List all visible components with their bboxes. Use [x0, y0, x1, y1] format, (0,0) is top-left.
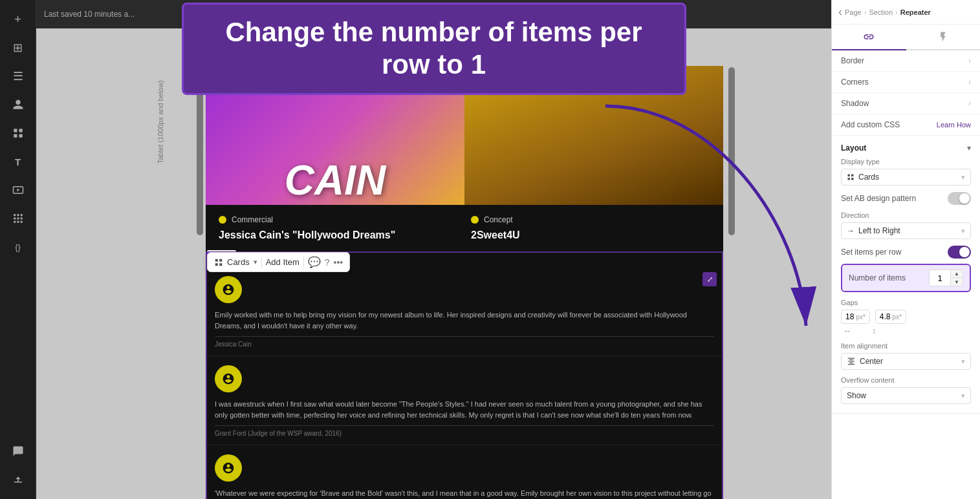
page-content: CAIN Commercial Jessica Cain's "Hollywoo…	[206, 66, 723, 499]
help-icon[interactable]: ?	[325, 257, 330, 268]
overflow-dropdown[interactable]: Show ▾	[841, 387, 971, 404]
number-items-field[interactable]	[930, 271, 950, 285]
sidebar-media-icon[interactable]	[6, 178, 30, 202]
learn-how-link[interactable]: Learn How	[937, 121, 971, 129]
add-item-btn[interactable]: Add Item	[266, 257, 299, 267]
svg-rect-9	[17, 218, 19, 220]
svg-rect-20	[851, 175, 854, 177]
svg-rect-15	[219, 259, 222, 261]
svg-rect-12	[17, 221, 19, 223]
direction-value: Left to Right	[858, 226, 900, 235]
border-arrow: ›	[968, 56, 971, 65]
item-alignment-section: Item alignment Center ▾	[841, 342, 971, 370]
sidebar-account-icon[interactable]	[6, 93, 30, 116]
svg-rect-19	[848, 175, 851, 177]
svg-rect-16	[215, 263, 218, 266]
card-item-1: Emily worked with me to help bring my vi…	[207, 267, 722, 356]
layout-header: Layout ▾	[841, 141, 971, 158]
ab-pattern-row: Set AB design pattern	[841, 192, 971, 205]
link-icon	[863, 31, 875, 43]
gap-v-unit: px*	[893, 313, 902, 321]
layout-section: Layout ▾ Display type Cards ▾ Set AB des…	[832, 136, 980, 414]
gaps-inputs: 18 px* 4.8 px*	[841, 310, 971, 324]
svg-rect-6	[17, 214, 19, 216]
svg-rect-2	[14, 134, 17, 138]
gap-h-input[interactable]: 18 px*	[841, 310, 870, 324]
display-type-arrow: ▾	[961, 173, 965, 182]
svg-rect-21	[848, 178, 851, 180]
right-resize-handle[interactable]	[728, 67, 735, 235]
items-per-row-label: Set items per row	[841, 248, 901, 257]
gap-h-unit: px*	[856, 313, 865, 321]
hero-cain-text: CAIN	[285, 160, 386, 201]
svg-rect-8	[14, 218, 16, 220]
card-item-2: I was awestruck when I first saw what wo…	[207, 356, 722, 445]
gap-v-input[interactable]: 4.8 px*	[875, 310, 906, 324]
gap-h-icon: ↔	[844, 326, 851, 335]
number-items-input[interactable]: ▲ ▼	[929, 270, 963, 286]
more-icon[interactable]: •••	[334, 257, 343, 268]
svg-rect-17	[219, 263, 222, 266]
repeater-container: Repeater Emily worked with me to help br…	[206, 251, 723, 499]
items-per-row-row: Set items per row	[841, 246, 971, 259]
panel-scrollable: Border › Corners › Shadow › Add custom C…	[832, 50, 980, 499]
card-author-1: Jessica Cain	[215, 336, 714, 348]
layout-collapse-icon[interactable]: ▾	[967, 143, 971, 153]
display-type-label: Display type	[841, 158, 971, 165]
panel-back-btn[interactable]: ‹	[838, 5, 842, 19]
number-items-label: Number of items	[849, 273, 906, 282]
tab-settings[interactable]	[906, 25, 981, 49]
add-css-label: Add custom CSS	[841, 120, 900, 129]
sidebar-elements-icon[interactable]	[6, 122, 30, 145]
svg-rect-7	[20, 214, 22, 216]
hero-left-content: Commercial Jessica Cain's "Hollywood Dre…	[219, 215, 458, 241]
gaps-icons: ↔ ↕	[841, 326, 971, 335]
card-text-1: Emily worked with me to help bring my vi…	[215, 310, 714, 331]
stepper-down-btn[interactable]: ▼	[951, 278, 963, 286]
overflow-chevron: ▾	[961, 392, 965, 400]
items-per-row-toggle[interactable]	[948, 246, 971, 259]
corners-arrow: ›	[968, 78, 971, 87]
overflow-label: Overflow content	[841, 376, 971, 384]
border-label: Border	[841, 56, 864, 65]
sidebar-comments-icon[interactable]	[6, 440, 30, 463]
avatar-3	[215, 454, 242, 482]
sidebar-pages-icon[interactable]: ⊞	[6, 36, 30, 59]
sidebar-add-icon[interactable]: +	[6, 8, 30, 31]
sidebar-apps-icon[interactable]	[6, 207, 30, 230]
sidebar-code-icon[interactable]: {}	[6, 235, 30, 259]
concept-label: Concept	[484, 215, 513, 224]
gaps-section: Gaps 18 px* 4.8 px* ↔ ↕	[841, 299, 971, 335]
display-type-value: Cards	[858, 173, 879, 182]
tutorial-banner: Change the number of items per row to 1	[182, 3, 686, 95]
panel-header: ‹ Page › Section › Repeater	[832, 0, 980, 25]
svg-rect-14	[215, 259, 218, 261]
card-expand-btn-1[interactable]: ⤢	[702, 272, 717, 286]
comment-icon[interactable]: 💬	[308, 256, 321, 268]
ab-toggle[interactable]	[948, 192, 971, 205]
overflow-value: Show	[847, 391, 866, 400]
svg-rect-11	[14, 221, 16, 223]
layout-label: Layout	[841, 143, 866, 153]
sidebar-text-icon[interactable]: T	[6, 150, 30, 173]
sweet-title: 2Sweet4U	[471, 229, 710, 241]
tab-content[interactable]	[832, 25, 906, 50]
stepper-up-btn[interactable]: ▲	[951, 270, 963, 278]
dot-commercial	[219, 216, 226, 224]
direction-dropdown[interactable]: → Left to Right ▾	[841, 222, 971, 239]
svg-rect-5	[14, 214, 16, 216]
card-item-3: 'Whatever we were expecting for 'Brave a…	[207, 445, 722, 499]
display-type-dropdown[interactable]: Cards ▾	[841, 169, 971, 186]
card-author-2: Grant Ford (Judge of the WSP award, 2016…	[215, 425, 714, 437]
sidebar-layers-icon[interactable]: ☰	[6, 65, 30, 88]
cards-toolbar: Cards ▾ Add Item 💬 ? •••	[207, 252, 350, 272]
cards-toolbar-label: Cards	[227, 257, 250, 267]
svg-rect-0	[14, 129, 17, 132]
item-alignment-dropdown[interactable]: Center ▾	[841, 353, 971, 370]
cards-dropdown-arrow: ▾	[254, 258, 257, 266]
direction-chevron: ▾	[961, 227, 965, 235]
svg-rect-13	[20, 221, 22, 223]
display-type-section: Display type Cards ▾	[841, 158, 971, 186]
gap-v-icon: ↕	[872, 326, 876, 335]
sidebar-publish-icon[interactable]	[6, 468, 30, 491]
